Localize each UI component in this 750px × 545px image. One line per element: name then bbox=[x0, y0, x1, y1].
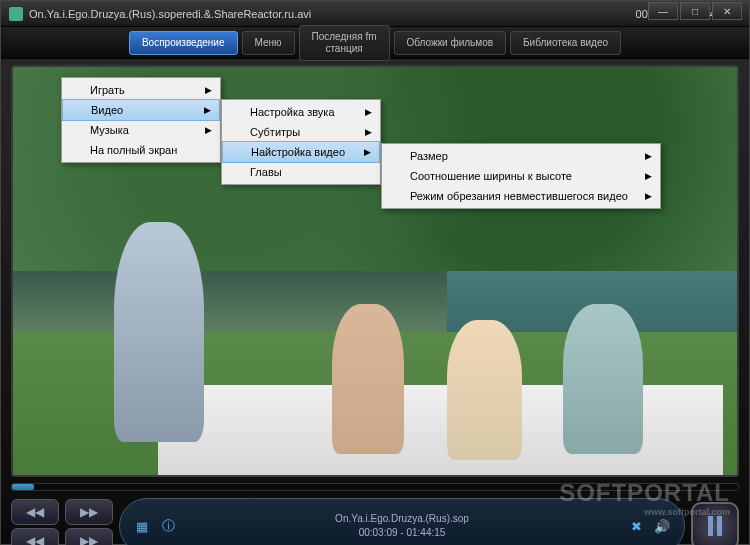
chevron-right-icon: ▶ bbox=[205, 85, 212, 95]
menu-label: Музыка bbox=[90, 124, 129, 136]
playlist-icon[interactable]: ▦ bbox=[134, 518, 150, 534]
menu-item-size[interactable]: Размер▶ bbox=[382, 146, 660, 166]
menu-item-video-settings[interactable]: Найстройка видео▶ bbox=[222, 141, 380, 163]
menu-label: Настройка звука bbox=[250, 106, 335, 118]
menu-label: Найстройка видео bbox=[251, 146, 345, 158]
next-track-button[interactable]: ▶▶ bbox=[65, 499, 113, 525]
tab-fm-station[interactable]: Последняя fm станция bbox=[299, 25, 390, 61]
tab-bar: Воспроизведение Меню Последняя fm станци… bbox=[1, 27, 749, 59]
menu-item-audio-settings[interactable]: Настройка звука▶ bbox=[222, 102, 380, 122]
fast-forward-icon: ▶▶ bbox=[80, 534, 98, 546]
menu-item-subtitles[interactable]: Субтитры▶ bbox=[222, 122, 380, 142]
tab-playback[interactable]: Воспроизведение bbox=[129, 31, 238, 55]
info-icon[interactable]: ⓘ bbox=[160, 518, 176, 534]
context-menu-level2: Настройка звука▶ Субтитры▶ Найстройка ви… bbox=[221, 99, 381, 185]
player-window: On.Ya.i.Ego.Druzya.(Rus).soperedi.&.Shar… bbox=[0, 0, 750, 545]
menu-item-fullscreen[interactable]: На полный экран bbox=[62, 140, 220, 160]
fast-forward-button[interactable]: ▶▶ bbox=[65, 528, 113, 546]
tab-covers[interactable]: Обложки фильмов bbox=[394, 31, 507, 55]
chevron-right-icon: ▶ bbox=[365, 107, 372, 117]
skip-back-icon: ◀◀ bbox=[26, 505, 44, 519]
panel-time: 00:03:09 - 01:44:15 bbox=[186, 526, 618, 540]
prev-track-button[interactable]: ◀◀ bbox=[11, 499, 59, 525]
menu-item-play[interactable]: Играть▶ bbox=[62, 80, 220, 100]
volume-icon[interactable]: 🔊 bbox=[654, 518, 670, 534]
menu-label: Соотношение ширины к высоте bbox=[410, 170, 572, 182]
titlebar: On.Ya.i.Ego.Druzya.(Rus).soperedi.&.Shar… bbox=[1, 1, 749, 27]
menu-item-video[interactable]: Видео▶ bbox=[62, 99, 220, 121]
control-bar: ◀◀ ◀◀ ▶▶ ▶▶ ▦ ⓘ On.Ya.i.Ego.Druzya.(Rus)… bbox=[11, 495, 739, 545]
app-icon bbox=[9, 7, 23, 21]
skip-forward-icon: ▶▶ bbox=[80, 505, 98, 519]
close-button[interactable]: ✕ bbox=[712, 2, 742, 20]
menu-label: Играть bbox=[90, 84, 125, 96]
video-viewport[interactable]: Играть▶ Видео▶ Музыка▶ На полный экран Н… bbox=[11, 65, 739, 477]
tab-menu[interactable]: Меню bbox=[242, 31, 295, 55]
settings-icon[interactable]: ✖ bbox=[628, 518, 644, 534]
menu-item-music[interactable]: Музыка▶ bbox=[62, 120, 220, 140]
maximize-button[interactable]: □ bbox=[680, 2, 710, 20]
panel-filename: On.Ya.i.Ego.Druzya.(Rus).sop bbox=[186, 512, 618, 526]
chevron-right-icon: ▶ bbox=[645, 191, 652, 201]
menu-label: На полный экран bbox=[90, 144, 177, 156]
rewind-icon: ◀◀ bbox=[26, 534, 44, 546]
seek-bar[interactable] bbox=[11, 483, 739, 491]
chevron-right-icon: ▶ bbox=[645, 151, 652, 161]
menu-label: Видео bbox=[91, 104, 123, 116]
menu-label: Субтитры bbox=[250, 126, 300, 138]
chevron-right-icon: ▶ bbox=[364, 147, 371, 157]
pause-icon bbox=[708, 516, 722, 536]
minimize-button[interactable]: — bbox=[648, 2, 678, 20]
info-panel: ▦ ⓘ On.Ya.i.Ego.Druzya.(Rus).sop 00:03:0… bbox=[119, 498, 685, 545]
menu-label: Главы bbox=[250, 166, 282, 178]
menu-label: Режим обрезания невместившегося видео bbox=[410, 190, 628, 202]
chevron-right-icon: ▶ bbox=[365, 127, 372, 137]
chevron-right-icon: ▶ bbox=[205, 125, 212, 135]
play-pause-button[interactable] bbox=[691, 502, 739, 545]
chevron-right-icon: ▶ bbox=[204, 105, 211, 115]
chevron-right-icon: ▶ bbox=[645, 171, 652, 181]
tab-library[interactable]: Библиотека видео bbox=[510, 31, 621, 55]
seek-progress bbox=[12, 484, 34, 490]
title-filename: On.Ya.i.Ego.Druzya.(Rus).soperedi.&.Shar… bbox=[29, 8, 626, 20]
menu-item-aspect-ratio[interactable]: Соотношение ширины к высоте▶ bbox=[382, 166, 660, 186]
panel-text: On.Ya.i.Ego.Druzya.(Rus).sop 00:03:09 - … bbox=[186, 512, 618, 540]
rewind-button[interactable]: ◀◀ bbox=[11, 528, 59, 546]
menu-item-chapters[interactable]: Главы bbox=[222, 162, 380, 182]
context-menu-level3: Размер▶ Соотношение ширины к высоте▶ Реж… bbox=[381, 143, 661, 209]
context-menu-level1: Играть▶ Видео▶ Музыка▶ На полный экран bbox=[61, 77, 221, 163]
menu-item-crop-mode[interactable]: Режим обрезания невместившегося видео▶ bbox=[382, 186, 660, 206]
menu-label: Размер bbox=[410, 150, 448, 162]
